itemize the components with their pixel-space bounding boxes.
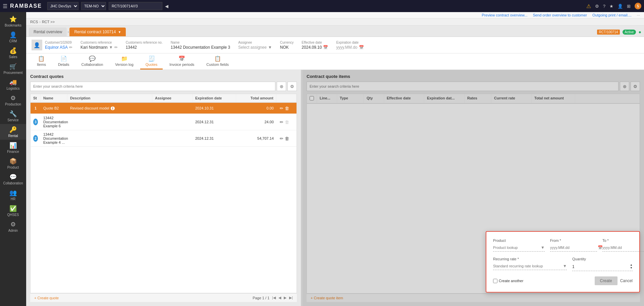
ref-dropdown-icon[interactable]: ▼ (109, 45, 113, 50)
tab-rental-contract[interactable]: Rental contract 100714 ▼ (69, 28, 126, 36)
sidebar-item-bookmarks[interactable]: ⭐ Bookmarks (0, 13, 26, 29)
sidebar-item-crm[interactable]: 👤 CRM (0, 29, 26, 45)
row-actions: ✏ 🗑 (276, 130, 297, 146)
sidebar-item-hr[interactable]: 👥 HR (0, 187, 26, 203)
path-back-icon[interactable]: ◀ (165, 4, 168, 9)
quantity-stepper[interactable]: ▲ ▼ (630, 264, 633, 269)
contract-quotes-search-input[interactable] (30, 82, 275, 91)
product-dropdown-icon[interactable]: ▼ (541, 245, 545, 250)
sidebar-item-finance[interactable]: 📊 Finance (0, 140, 26, 156)
customers-reference-no-field: Customers reference no. 13442 (126, 41, 163, 50)
sidebar-item-collaboration[interactable]: 💬 Collaboration (0, 171, 26, 187)
page-last-icon[interactable]: ▶| (289, 296, 293, 300)
tab-arrow: › (67, 30, 69, 34)
expiration-date-cal-icon[interactable]: 📅 (359, 45, 364, 50)
row-description: Revised discount model ℹ (67, 103, 152, 114)
modal-product-input[interactable] (493, 246, 539, 250)
sidebar-item-production[interactable]: ⚙ Production (0, 92, 26, 108)
effective-date-cal-icon[interactable]: 📅 (323, 45, 328, 50)
page-next-icon[interactable]: ▶ (284, 296, 286, 300)
delete-icon[interactable]: 🗑 (285, 136, 289, 141)
path-input[interactable] (109, 2, 162, 10)
star-icon[interactable]: ★ (609, 4, 613, 9)
tab-dropdown-icon[interactable]: ▼ (118, 30, 121, 34)
more-links-icon[interactable]: ··· (637, 13, 640, 17)
assignee-dropdown-icon[interactable]: ▼ (268, 45, 272, 50)
edit-icon[interactable]: ✏ (280, 106, 283, 111)
apps-icon[interactable]: ⊞ (627, 4, 631, 9)
customers-reference-no-value: 13442 (126, 45, 137, 50)
quantity-down-icon[interactable]: ▼ (630, 267, 633, 269)
top-link-bar: Preview contract overview... Send order … (26, 12, 644, 18)
row-name: Quote B2 (41, 103, 67, 114)
nav-tab-version-log[interactable]: 📁 Version log (110, 53, 139, 70)
nav-tab-custom-fields[interactable]: 📋 Custom fields (201, 53, 234, 70)
help-icon[interactable]: ? (603, 4, 605, 9)
sidebar-item-procurement[interactable]: 🛒 Procurement (0, 61, 26, 77)
modal-from-input[interactable] (550, 246, 596, 250)
env-select[interactable]: TEM-NO (81, 2, 106, 10)
modal-row-2: Recurring rate * ▼ Quantity (493, 257, 633, 271)
user-icon[interactable]: 👤 (618, 4, 623, 9)
nav-tab-collaboration[interactable]: 💬 Collaboration (76, 53, 109, 70)
edit-icon[interactable]: ✏ (280, 136, 283, 141)
sidebar-item-logistics[interactable]: 🚚 Logistics (0, 77, 26, 92)
cancel-button[interactable]: Cancel (620, 278, 633, 283)
sidebar-item-rental[interactable]: 🔑 Rental (0, 124, 26, 140)
delete-icon[interactable]: 🗑 (285, 120, 289, 125)
modal-quantity-input[interactable] (572, 264, 629, 269)
warning-icon[interactable]: ⚠ (586, 3, 591, 9)
modal-recurring-rate-input-wrap: ▼ (493, 262, 567, 270)
modal-recurring-rate-input[interactable] (493, 264, 561, 268)
create-another-checkbox[interactable] (493, 279, 497, 283)
breadcrumb-rct[interactable]: RCT >> (42, 20, 55, 24)
row-assignee (152, 103, 193, 114)
nav-tab-details[interactable]: 📄 Details (53, 53, 75, 70)
table-row[interactable]: 1 Quote B2 Revised discount model ℹ 2024… (31, 103, 297, 114)
breadcrumb-rcs[interactable]: RCS (30, 20, 38, 24)
quantity-up-icon[interactable]: ▲ (630, 264, 633, 266)
create-quote-button[interactable]: + Create quote (34, 296, 59, 300)
customer-edit-icon[interactable]: ✏ (69, 45, 72, 50)
menu-icon[interactable]: ☰ (3, 3, 7, 9)
delete-icon[interactable]: 🗑 (285, 106, 289, 111)
create-button[interactable]: Create (595, 276, 618, 285)
sidebar-item-label: Production (5, 102, 21, 106)
table-row[interactable]: 2 13442 Documentation Example 4 ... 2024… (31, 130, 297, 147)
sidebar-item-service[interactable]: 🔧 Service (0, 108, 26, 124)
assignee-field: Assignee Select assignee ▼ (238, 41, 272, 50)
sidebar-item-sales[interactable]: 💰 Sales (0, 45, 26, 61)
sidebar-item-admin[interactable]: ⚙ Admin (0, 219, 26, 234)
page-prev-icon[interactable]: ◀ (278, 296, 281, 300)
outgoing-print-link[interactable]: Outgoing print / email.... (592, 13, 632, 17)
company-select[interactable]: JHC DevSys (47, 2, 78, 10)
nav-tab-invoice-periods[interactable]: 📅 Invoice periods (164, 53, 200, 70)
modal-quantity-field: Quantity ▲ ▼ (572, 257, 633, 271)
notification-badge[interactable]: 5 (635, 3, 641, 9)
ref-edit-icon[interactable]: ✏ (114, 45, 118, 50)
expiration-date-placeholder: yyyy.MM.do (336, 45, 357, 50)
preview-contract-link[interactable]: Preview contract overview... (482, 13, 527, 17)
sidebar-item-qhses[interactable]: ✅ QHSES (0, 203, 26, 219)
row-total-amount: 54,707.14 (236, 130, 276, 146)
from-calendar-icon[interactable]: 📅 (598, 245, 603, 250)
nav-tab-quotes[interactable]: 🧾 Quotes (140, 53, 163, 70)
contract-quotes-panel: Contract quotes ⊛ ⚙ St Name Description … (26, 70, 301, 306)
nav-tab-items[interactable]: 📋 Items (32, 53, 51, 70)
quotes-settings-icon[interactable]: ⚙ (287, 82, 297, 91)
recurring-rate-dropdown-icon[interactable]: ▼ (563, 264, 567, 268)
sidebar-item-product[interactable]: 📦 Product (0, 156, 26, 171)
page-first-icon[interactable]: |◀ (272, 296, 276, 300)
table-row[interactable]: 3 13442 Documentation Example 6 2024.12.… (31, 114, 297, 130)
quotes-filter-icon[interactable]: ⊛ (277, 82, 286, 91)
edit-icon[interactable]: ✏ (280, 120, 283, 125)
nav-tab-items-label: Items (37, 62, 46, 67)
contract-quotes-title: Contract quotes (30, 74, 297, 79)
customer-value-link[interactable]: Equinor ASA (45, 45, 68, 50)
tab-rental-overview[interactable]: Rental overview (29, 28, 67, 36)
send-order-link[interactable]: Send order overview to customer (533, 13, 587, 17)
create-another-wrap: Create another (493, 279, 523, 283)
modal-to-input[interactable] (602, 246, 644, 250)
settings-icon[interactable]: ⚙ (595, 4, 599, 9)
sidebar-item-label: QHSES (7, 213, 19, 217)
